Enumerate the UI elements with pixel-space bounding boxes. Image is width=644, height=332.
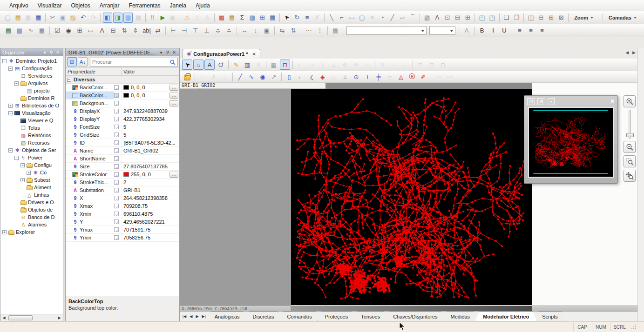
link-box-icon[interactable] <box>114 212 119 216</box>
bold-icon[interactable]: B <box>477 26 487 36</box>
property-value[interactable]: 5 <box>122 123 179 131</box>
link-box-icon[interactable] <box>114 125 119 129</box>
library-icon[interactable]: ▥ <box>248 13 257 23</box>
cut-icon[interactable]: ✂ <box>48 13 57 23</box>
tree-minus-icon[interactable]: − <box>20 163 25 167</box>
insert-chart-icon[interactable]: ∿ <box>26 26 36 36</box>
link-box-icon[interactable] <box>114 235 119 240</box>
format-number-icon[interactable]: ⊞ <box>258 13 267 23</box>
tree-item-relat-rios[interactable]: ▥Relatórios <box>0 132 63 139</box>
align-left-icon[interactable]: ⊢ <box>168 26 178 36</box>
tree-item-arquivos[interactable]: −Arquivos <box>0 80 63 87</box>
tab-configuracaopower1[interactable]: ✱ ConfiguracaoPower1 * ✕ <box>183 49 260 59</box>
space-down-icon[interactable]: ⋮ <box>315 26 325 36</box>
tree-item-subest[interactable]: +Subest <box>0 176 63 184</box>
draw-node-icon[interactable]: ◉ <box>258 72 268 82</box>
zoom-dropdown[interactable]: Zoom <box>570 13 601 23</box>
insert-textbox-icon[interactable]: ab| <box>142 26 152 36</box>
align-top-icon[interactable]: ⊤ <box>190 26 201 36</box>
draw-polyline-icon[interactable]: ⌐ <box>337 13 346 23</box>
generator-element-icon[interactable]: ⊙ <box>351 72 361 82</box>
insert-updown-icon[interactable]: ⇅ <box>119 26 129 36</box>
lock-icon[interactable] <box>182 72 192 82</box>
link-box-icon[interactable] <box>114 133 119 137</box>
ellipsis-button[interactable]: ... <box>169 85 178 91</box>
insert-checkbox-icon[interactable]: ☑ <box>52 26 62 36</box>
send-to-back-icon[interactable]: ◳ <box>488 13 497 23</box>
property-row-xmin[interactable]: 9Xmin696110.4375 <box>66 210 179 218</box>
insert-text-a-icon[interactable]: A <box>97 26 107 36</box>
tree-item-objetos-de-ser[interactable]: −✱Objetos de Ser <box>0 146 63 154</box>
organizer-hscrollbar[interactable]: ◀ ▶ <box>0 314 63 321</box>
center-vertical-icon[interactable]: ≎ <box>213 26 223 36</box>
link-box-icon[interactable] <box>114 227 119 232</box>
insert-erp-icon[interactable]: ▥ <box>14 26 25 36</box>
draw-rectangle-icon[interactable]: ▭ <box>347 13 357 23</box>
same-size-icon[interactable]: ▣ <box>262 26 272 36</box>
organizer-pin-icon[interactable]: ⚲ <box>48 50 54 55</box>
insert-query-icon[interactable]: ▦ <box>37 26 47 36</box>
paste-icon[interactable]: ▨ <box>68 13 78 23</box>
link-box-icon[interactable] <box>114 93 119 98</box>
resize-grip[interactable] <box>631 324 637 330</box>
property-value[interactable]: 2 <box>122 179 179 186</box>
property-value[interactable]: 7071591.75 <box>122 226 179 233</box>
save-all-icon[interactable]: ▦ <box>34 13 43 23</box>
property-group[interactable]: − Diversos <box>66 76 179 84</box>
align-right-icon[interactable]: ⊣ <box>179 26 190 36</box>
draw-polygon-icon[interactable]: ▱ <box>398 13 407 23</box>
center-horizontally-icon[interactable]: ⇆ <box>277 26 287 36</box>
menu-arquivo[interactable]: Arquivo <box>5 1 33 10</box>
regulator-element-icon[interactable]: Ⓡ <box>407 72 417 82</box>
property-row-backgroun-[interactable]: Backgroun...... <box>66 100 179 107</box>
zoom-out-button[interactable] <box>624 141 636 153</box>
tree-minus-icon[interactable]: − <box>8 111 13 115</box>
link-box-icon[interactable] <box>114 140 119 145</box>
tree-item-viewer-e-q[interactable]: Viewer e Q <box>0 117 63 124</box>
space-across-icon[interactable]: ⋯ <box>304 26 314 36</box>
link-box-icon[interactable] <box>114 85 119 90</box>
home-view-icon[interactable]: ⌂ <box>193 60 203 70</box>
link-box-icon[interactable] <box>114 219 119 224</box>
ellipsis-button[interactable]: ... <box>169 100 178 106</box>
draw-pie-icon[interactable]: ◔ <box>378 13 387 23</box>
link-box-icon[interactable] <box>114 101 119 106</box>
tree-item-objetos-de[interactable]: Objetos de <box>0 206 63 213</box>
tab-nav-last-icon[interactable]: ▶| <box>202 314 206 319</box>
grid-visible-icon[interactable]: ▦ <box>330 26 340 36</box>
tree-item-co[interactable]: +✱Co <box>0 169 63 176</box>
categorized-view-button[interactable]: ⊞ <box>67 57 77 66</box>
overview-window[interactable]: ⊡ ⊞ ▪ ✕ <box>524 95 618 184</box>
undo-icon[interactable]: ↶ <box>78 13 88 23</box>
insert-radio-icon[interactable]: ◉ <box>63 26 74 36</box>
right-scroll-edge[interactable] <box>637 48 644 321</box>
font-family-combo[interactable] <box>346 26 427 35</box>
tab-scroll-left-icon[interactable]: ◀ <box>625 50 629 55</box>
overview-fit-icon[interactable]: ⊡ <box>527 98 535 105</box>
scroll-right-icon[interactable]: ▶ <box>56 316 63 320</box>
tree-plus-icon[interactable]: + <box>20 178 25 182</box>
property-value[interactable] <box>122 155 179 162</box>
property-value[interactable]: ... <box>122 100 179 107</box>
bring-to-front-icon[interactable]: ◰ <box>477 13 487 23</box>
properties-close-icon[interactable]: ✕ <box>171 50 177 55</box>
property-row-xmax[interactable]: 9Xmax709208.75 <box>66 202 179 210</box>
scroll-left-icon[interactable]: ◀ <box>0 316 7 320</box>
tree-item-linhas[interactable]: △Linhas <box>0 191 63 199</box>
menu-janela[interactable]: Janela <box>165 1 191 10</box>
property-value[interactable]: 709208.75 <box>122 202 179 210</box>
property-value[interactable]: 422.37765302934 <box>122 115 179 123</box>
organizer-toggle-icon[interactable]: ◧ <box>103 13 112 23</box>
tab-order-icon[interactable]: ≡ <box>303 13 312 23</box>
tree-minus-icon[interactable]: − <box>8 148 13 153</box>
domain-warnings-icon[interactable]: ⚠ <box>183 13 192 23</box>
tree-plus-icon[interactable]: + <box>27 171 31 175</box>
text-align-left-icon[interactable]: ≡ <box>515 26 525 36</box>
menu-ferramentas[interactable]: Ferramentas <box>124 1 165 10</box>
property-row-displayy[interactable]: 9DisplayY422.37765302934 <box>66 115 179 123</box>
overview-close-icon[interactable]: ✕ <box>610 98 615 105</box>
select-cursor-icon[interactable]: ➤ <box>182 60 192 70</box>
tree-item-visualiza-o[interactable]: −Visualização <box>0 109 63 117</box>
worksheet-tab-medidas[interactable]: Medidas <box>443 312 478 321</box>
tree-item-projeto[interactable]: ▤projeto <box>0 87 63 94</box>
